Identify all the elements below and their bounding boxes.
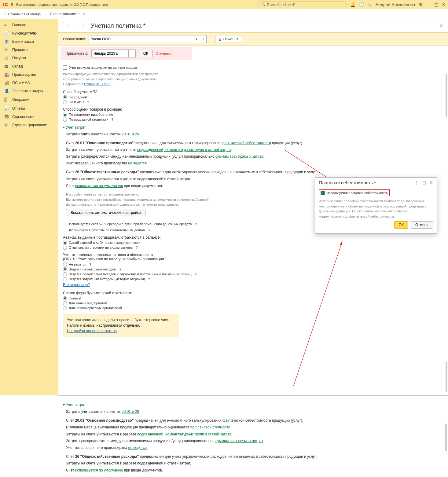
popup-ok-button[interactable]: ОК: [394, 221, 408, 229]
radio-label: Для некоммерческих организаций: [69, 306, 122, 310]
forward-button[interactable]: →: [73, 22, 83, 29]
tax-settings-link[interactable]: Настройка налогов и отчетов: [67, 329, 117, 333]
departments-link[interactable]: подразделений, номенклатурных групп и ст…: [137, 432, 231, 436]
radio-adv-single[interactable]: [63, 241, 67, 245]
settings-icon[interactable]: ⚙: [419, 2, 423, 7]
help-icon[interactable]: ?: [89, 262, 91, 266]
org-input[interactable]: [89, 35, 193, 43]
more-icon[interactable]: ⋮: [415, 180, 419, 185]
radio-def-balance[interactable]: [63, 267, 67, 271]
tab-close-icon[interactable]: ✕: [83, 12, 86, 16]
departments-link[interactable]: подразделений, номенклатурных групп и ст…: [137, 148, 231, 152]
costs-section-header[interactable]: Учет затрат: [63, 125, 443, 130]
wip-link[interactable]: не ведется: [128, 161, 147, 165]
page-close-icon[interactable]: ✕: [439, 23, 443, 28]
more-icon[interactable]: ⋮: [431, 23, 435, 28]
sidebar-item-sales[interactable]: 🛍Продажи: [0, 46, 58, 54]
help-icon[interactable]: ?: [136, 246, 138, 249]
tab-accounting-policy[interactable]: Учетная политика * ✕: [45, 9, 90, 19]
sidebar-item-assets[interactable]: 🚚ОС и НМА: [0, 79, 58, 87]
apply-date[interactable]: …: [91, 50, 136, 57]
radio-mpz-average[interactable]: [63, 95, 67, 99]
org-dropdown[interactable]: ▼ ↗: [89, 35, 207, 43]
accounts-link[interactable]: 20.01 и 26: [122, 409, 139, 414]
sidebar-item-warehouse[interactable]: ▦Склад: [0, 62, 58, 70]
print-button[interactable]: 🖨 Печать ▼: [215, 36, 242, 42]
open-icon[interactable]: ↗: [200, 35, 206, 43]
text: Счет: [66, 454, 75, 459]
sidebar-item-main[interactable]: ≡Главное: [0, 21, 58, 29]
default-link[interactable]: используется по умолчанию: [75, 468, 123, 472]
sidebar-item-purchases[interactable]: 🛒Покупки: [0, 54, 58, 62]
scrollbar[interactable]: [445, 424, 447, 451]
history-icon[interactable]: 🕘: [359, 2, 364, 7]
scrollbar[interactable]: [446, 362, 447, 392]
popup-cancel-button[interactable]: Отмена: [411, 221, 433, 229]
planned-cost-link[interactable]: по плановой стоимости: [190, 425, 230, 429]
star-icon[interactable]: ☆: [368, 2, 372, 7]
search-input[interactable]: [267, 3, 343, 6]
text: .: [231, 432, 232, 436]
tab-home[interactable]: ⌂ Начальная страница: [0, 9, 45, 19]
minimize-icon[interactable]: —: [426, 2, 431, 7]
direct-costs-link[interactable]: суммам всех прямых затрат: [215, 154, 263, 159]
radio-def-balance-diff[interactable]: [63, 272, 67, 276]
cancel-link[interactable]: Отменить: [156, 52, 171, 55]
maximize-icon[interactable]: ▢: [434, 2, 438, 7]
back-button[interactable]: ←: [63, 22, 73, 29]
chevron-down-icon[interactable]: ▼: [193, 35, 200, 43]
help-icon[interactable]: ?: [148, 277, 150, 281]
help-icon[interactable]: ?: [195, 272, 197, 276]
default-link[interactable]: используется по умолчанию: [75, 184, 123, 188]
accounts-link[interactable]: 20.01 и 26: [122, 132, 139, 136]
direct-costs-link[interactable]: суммам всех прямых затрат: [215, 439, 263, 443]
difference-link[interactable]: В чем разница?: [63, 283, 90, 287]
chk-reserves[interactable]: [63, 228, 67, 232]
radio-mpz-fifo[interactable]: [63, 100, 67, 104]
close-icon[interactable]: ✕: [442, 2, 446, 7]
radio-forms-small[interactable]: [63, 301, 67, 305]
sidebar-item-admin[interactable]: ⚙Администрирование: [0, 121, 58, 129]
ok-button[interactable]: ОК: [139, 50, 153, 57]
person-icon: 👤: [4, 89, 9, 93]
buhru-link[interactable]: Статье на Buh.ru: [84, 82, 110, 86]
radio-retail-sale[interactable]: [63, 118, 67, 122]
sidebar-item-hr[interactable]: 👤Зарплата и кадры: [0, 87, 58, 95]
sidebar-item-reports[interactable]: 📊Отчеты: [0, 104, 58, 112]
chk-label: Используется счет 57 "Переводы в пути" п…: [69, 222, 192, 226]
text: Учет незавершенного производства: [66, 161, 128, 165]
apply-date-input[interactable]: [92, 50, 128, 57]
sidebar-item-bank[interactable]: 🏦Банк и касса: [0, 37, 58, 46]
wip-link[interactable]: не ведется: [128, 446, 147, 450]
radio-adv-separate[interactable]: [63, 246, 67, 250]
sidebar-item-manager[interactable]: 📈Руководителю: [0, 29, 58, 37]
menu-icon[interactable]: ≡: [10, 2, 13, 7]
maximize-icon[interactable]: ▢: [422, 180, 426, 185]
org-label: Организация:: [63, 37, 86, 41]
chk-output-by-sales[interactable]: [63, 65, 67, 70]
restore-auto-button[interactable]: Восстановить автоматические настройки: [66, 209, 145, 216]
sidebar-item-catalogs[interactable]: 📚Справочники: [0, 112, 58, 121]
help-icon[interactable]: ?: [87, 100, 89, 104]
username[interactable]: Андрей Алексеевич: [376, 2, 415, 7]
chk-account57[interactable]: [63, 222, 67, 226]
factual-cost-link[interactable]: фактической себестоимости: [222, 141, 271, 145]
lower-costs-header[interactable]: Учет затрат: [63, 403, 443, 407]
radio-retail-cost[interactable]: [63, 113, 67, 117]
radio-forms-full[interactable]: [63, 296, 67, 300]
sidebar-item-operations[interactable]: Дт КтОперации: [0, 95, 58, 104]
help-icon[interactable]: ?: [119, 267, 122, 271]
search-box[interactable]: 🔍: [258, 2, 347, 7]
ellipsis-icon[interactable]: …: [128, 50, 135, 57]
radio-forms-nko[interactable]: [63, 306, 67, 310]
radio-def-cost[interactable]: [63, 277, 67, 281]
help-icon[interactable]: ?: [148, 228, 150, 232]
help-icon[interactable]: ?: [111, 118, 113, 121]
sidebar-item-production[interactable]: 🏭Производство: [0, 70, 58, 79]
help-icon[interactable]: ?: [195, 222, 197, 226]
bell-icon[interactable]: 🔔: [350, 2, 355, 7]
chk-planned-cost[interactable]: [321, 191, 325, 195]
close-icon[interactable]: ✕: [430, 180, 433, 185]
radio-def-none[interactable]: [63, 262, 67, 266]
scrollbar[interactable]: [446, 74, 447, 117]
